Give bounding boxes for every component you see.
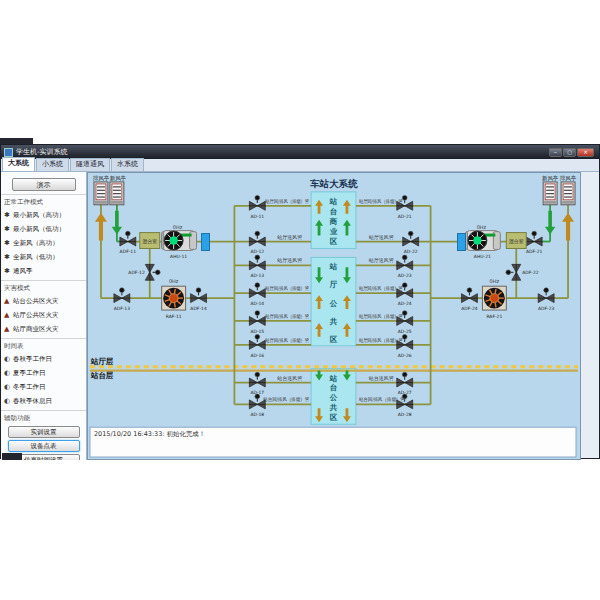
label-text: AD-11 <box>250 214 264 219</box>
label-text: 站厅回/排风（排烟）管 <box>265 285 309 292</box>
label-text: 站厅回/排风（排烟）管 <box>265 313 309 320</box>
sidebar-section-header-0: 正常工作模式 <box>1 194 86 208</box>
demo-button[interactable]: 演示 <box>12 178 76 191</box>
minimize-button[interactable]: – <box>549 148 562 157</box>
label-text: 公 <box>329 299 338 308</box>
label-text: AD-12 <box>250 249 264 254</box>
damper-actuator <box>402 372 407 377</box>
sidebar-item-1-2[interactable]: ▲站厅商业区火灾 <box>1 322 86 336</box>
sidebar-item-label: 最小新风（低功） <box>13 225 65 234</box>
tab-tunnel-ventilation[interactable]: 隧道通风 <box>70 158 110 171</box>
label-text: 站厅回/排风（排烟）管 <box>359 337 403 344</box>
tower-base <box>95 201 107 204</box>
fan-icon: ✱ <box>4 212 13 219</box>
sidebar-section-header-1: 灾害模式 <box>1 280 86 294</box>
sidebar-item-2-2[interactable]: ◐冬季工作日 <box>1 380 86 394</box>
damper-actuator <box>402 255 407 260</box>
label-text: AHU-11 <box>170 254 187 259</box>
label-text: AD-21 <box>398 214 412 219</box>
label-text: 站 <box>329 197 338 206</box>
sidebar-item-0-1[interactable]: ✱最小新风（低功） <box>1 222 86 236</box>
tower-base <box>544 201 556 204</box>
label-text: 站厅送风管 <box>277 234 302 241</box>
tab-large-system[interactable]: 大系统 <box>2 157 35 171</box>
close-button[interactable]: ✕ <box>577 148 594 157</box>
label-text: RAF-11 <box>166 314 182 319</box>
fan-unit-RAF-21[interactable] <box>482 286 506 310</box>
sidebar-item-label: 冬季工作日 <box>13 383 46 392</box>
sidebar-item-0-3[interactable]: ✱全新风（低功） <box>1 250 86 264</box>
aux-button-1[interactable]: 设备点表 <box>8 440 80 452</box>
label-text: 厅 <box>329 280 338 289</box>
damper-actuator <box>402 311 407 316</box>
label-text: 排风亭 <box>560 175 576 182</box>
label-text: 站 <box>329 262 338 271</box>
fan-unit-RAF-11[interactable] <box>162 286 186 310</box>
label-text: ADF-13 <box>114 306 131 311</box>
label-text: 区 <box>330 413 338 422</box>
label-text: 共 <box>329 403 338 412</box>
sidebar-item-1-1[interactable]: ▲站厅公共区火灾 <box>1 308 86 322</box>
label-text: AD-16 <box>250 353 264 358</box>
damper-actuator <box>506 270 511 275</box>
damper-actuator <box>408 231 413 236</box>
label-text: RAF-21 <box>486 314 502 319</box>
label-text: 站台送风管 <box>277 375 302 382</box>
damper-actuator <box>402 334 407 339</box>
label-text: 混合室 <box>142 238 157 245</box>
fan-icon: ✱ <box>4 240 13 247</box>
label-text: AD-23 <box>398 273 412 278</box>
sidebar-item-label: 通风季 <box>13 267 33 276</box>
label-text: 公 <box>329 393 338 402</box>
sidebar-item-2-0[interactable]: ◐春秋季工作日 <box>1 352 86 366</box>
label-text: 新风亭 <box>542 175 558 182</box>
label-text: 站厅回/排风（排烟）管 <box>265 337 309 344</box>
damper-actuator <box>255 283 260 288</box>
label-text: 站厅回/排风（排烟）管 <box>359 198 403 205</box>
label-text: 区 <box>330 238 338 247</box>
damper-actuator <box>467 288 472 293</box>
title-bar: 学生机-实训系统 – ▢ ✕ <box>1 145 599 159</box>
ahu-unit-AHU-11[interactable] <box>162 231 197 251</box>
label-text: 站台回/排风（排烟）管 <box>359 396 405 403</box>
app-window: 学生机-实训系统 – ▢ ✕ 大系统小系统隧道通风水系统 演示 正常工作模式✱最… <box>0 144 600 459</box>
label-text: AD-18 <box>250 412 264 417</box>
sidebar-item-1-0[interactable]: ▲站台公共区火灾 <box>1 294 86 308</box>
schedule-icon: ◐ <box>4 356 13 363</box>
aux-button-0[interactable]: 实训设置 <box>8 426 80 438</box>
label-text: 站厅送风管 <box>369 257 394 264</box>
damper-actuator <box>532 231 537 236</box>
sidebar-section-header-2: 时间表 <box>1 338 86 352</box>
sidebar-item-0-0[interactable]: ✱最小新风（高功） <box>1 208 86 222</box>
schedule-icon: ◐ <box>4 384 13 391</box>
label-text: 0Hz <box>169 278 179 284</box>
background-window-fragment-bottom <box>2 453 22 460</box>
silencer-0 <box>202 234 210 251</box>
sidebar-list: 正常工作模式✱最小新风（高功）✱最小新风（低功）✱全新风（高功）✱全新风（低功）… <box>1 194 86 460</box>
sidebar-item-label: 最小新风（高功） <box>13 211 65 220</box>
sidebar-item-0-2[interactable]: ✱全新风（高功） <box>1 236 86 250</box>
label-text: ADF-12 <box>128 270 145 275</box>
tab-bar: 大系统小系统隧道通风水系统 <box>1 159 599 172</box>
tab-water-system[interactable]: 水系统 <box>111 158 144 171</box>
label-text: 商 <box>329 217 338 226</box>
label-text: 站台回/排风（排烟）管 <box>263 396 309 403</box>
sidebar-item-0-4[interactable]: ✱通风季 <box>1 264 86 278</box>
sidebar-item-2-3[interactable]: ◐春秋季休息日 <box>1 394 86 408</box>
label-text: AD-15 <box>250 329 264 334</box>
tab-small-system[interactable]: 小系统 <box>36 158 69 171</box>
damper-actuator <box>402 195 407 200</box>
label-text: 站 <box>329 374 338 383</box>
sidebar-section-header-3: 辅助功能 <box>1 410 86 424</box>
label-text: 区 <box>330 335 338 344</box>
diagram-title: 车站大系统 <box>309 178 358 189</box>
label-text: 站厅回/排风（排烟）管 <box>265 198 309 205</box>
damper-actuator <box>119 288 124 293</box>
sidebar-item-label: 全新风（低功） <box>13 253 59 262</box>
ahu-unit-AHU-21[interactable] <box>465 231 500 251</box>
label-text: 0Hz <box>173 224 183 230</box>
sidebar-item-2-1[interactable]: ◐夏季工作日 <box>1 366 86 380</box>
label-text: 新风亭 <box>110 175 126 182</box>
maximize-button[interactable]: ▢ <box>563 148 576 157</box>
label-text: ADF-22 <box>522 270 539 275</box>
